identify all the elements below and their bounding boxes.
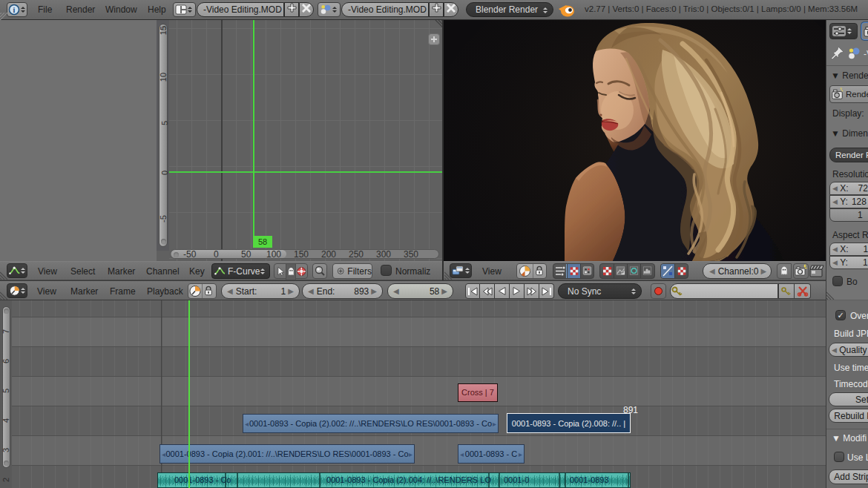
svg-text:i: i [13,6,16,14]
svg-text:58: 58 [258,237,267,246]
